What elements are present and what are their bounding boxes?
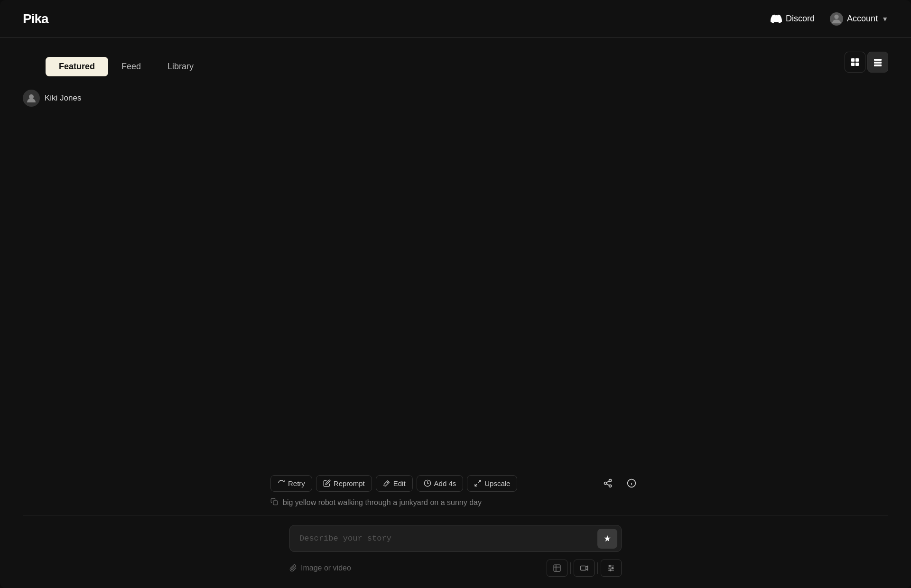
reprompt-label: Reprompt (334, 479, 365, 487)
video-format-button[interactable] (574, 560, 595, 577)
svg-point-26 (610, 570, 611, 571)
discord-icon (771, 13, 782, 25)
svg-point-0 (834, 14, 838, 18)
svg-point-10 (609, 479, 612, 482)
app-container: Pika Discord Account ▼ (0, 0, 911, 588)
add4s-icon (424, 479, 431, 487)
svg-rect-20 (581, 566, 586, 570)
add4s-label: Add 4s (434, 479, 456, 487)
list-view-button[interactable] (867, 52, 888, 73)
svg-point-12 (609, 485, 612, 487)
creator-row: Kiki Jones (23, 86, 888, 114)
discord-label: Discord (786, 14, 815, 24)
header-right: Discord Account ▼ (771, 12, 888, 26)
settings-button[interactable] (601, 560, 622, 577)
retry-label: Retry (288, 479, 305, 487)
svg-point-24 (609, 565, 611, 567)
controls-left: Retry Reprompt Edit (270, 475, 517, 492)
view-toggle (845, 52, 888, 73)
divider (23, 515, 888, 515)
nav-tabs: Featured Feed Library (23, 47, 230, 76)
svg-point-25 (612, 568, 614, 569)
account-button[interactable]: Account ▼ (830, 12, 888, 26)
video-format-icon (580, 564, 588, 572)
edit-button[interactable]: Edit (376, 475, 413, 492)
prompt-row: big yellow robot walking through a junky… (270, 498, 641, 515)
copy-icon (270, 498, 278, 507)
sliders-icon (607, 564, 615, 572)
share-button[interactable] (599, 474, 617, 492)
video-area (23, 114, 888, 467)
creator-avatar (23, 90, 40, 107)
chevron-down-icon: ▼ (882, 15, 888, 23)
story-input[interactable] (299, 525, 597, 551)
list-icon (873, 57, 883, 67)
paperclip-icon (289, 564, 297, 572)
retry-button[interactable]: Retry (270, 475, 312, 492)
edit-icon (383, 479, 390, 487)
svg-rect-19 (554, 565, 560, 571)
reprompt-icon (323, 479, 331, 487)
format-separator-2 (597, 562, 598, 574)
svg-rect-3 (851, 63, 855, 66)
upscale-icon (474, 479, 482, 487)
retry-icon (278, 479, 285, 487)
aspect-ratio-button[interactable] (547, 560, 567, 577)
tab-row: Featured Feed Library (0, 38, 911, 76)
upscale-button[interactable]: Upscale (467, 475, 517, 492)
svg-rect-1 (851, 58, 855, 62)
svg-rect-2 (855, 58, 859, 62)
generate-icon (603, 534, 612, 543)
header: Pika Discord Account ▼ (0, 0, 911, 38)
format-separator (570, 562, 571, 574)
svg-point-11 (604, 482, 607, 485)
tab-library[interactable]: Library (154, 57, 207, 76)
info-button[interactable] (623, 474, 641, 492)
creator-name: Kiki Jones (45, 93, 81, 103)
creator-avatar-icon (26, 92, 37, 104)
account-avatar (830, 12, 843, 26)
media-label: Image or video (301, 564, 351, 572)
svg-rect-4 (855, 63, 859, 66)
tab-feed[interactable]: Feed (108, 57, 154, 76)
discord-button[interactable]: Discord (771, 13, 815, 25)
input-options-row: Image or video (289, 560, 622, 577)
media-button[interactable]: Image or video (289, 564, 351, 572)
account-label: Account (847, 14, 878, 24)
format-buttons (547, 560, 622, 577)
add4s-button[interactable]: Add 4s (417, 475, 464, 492)
controls-right (599, 474, 641, 492)
svg-line-14 (606, 481, 609, 482)
main-content: Kiki Jones (0, 76, 911, 467)
bottom-section: Retry Reprompt Edit (0, 467, 911, 588)
svg-rect-5 (874, 59, 882, 61)
svg-rect-6 (874, 62, 882, 64)
grid-icon (850, 57, 860, 67)
prompt-text: big yellow robot walking through a junky… (283, 498, 482, 507)
edit-label: Edit (393, 479, 406, 487)
aspect-ratio-icon (553, 564, 561, 572)
upscale-label: Upscale (484, 479, 510, 487)
svg-line-13 (606, 484, 609, 485)
story-input-row (289, 525, 622, 552)
tab-featured[interactable]: Featured (46, 57, 108, 76)
share-icon (603, 478, 613, 488)
app-logo: Pika (23, 11, 48, 27)
svg-rect-7 (874, 64, 882, 66)
account-icon (830, 12, 843, 26)
reprompt-button[interactable]: Reprompt (316, 475, 372, 492)
generate-button[interactable] (597, 529, 617, 549)
video-controls: Retry Reprompt Edit (270, 467, 641, 498)
info-icon (627, 478, 636, 488)
input-area: Image or video (289, 525, 622, 577)
grid-view-button[interactable] (845, 52, 865, 73)
svg-rect-18 (273, 501, 278, 505)
